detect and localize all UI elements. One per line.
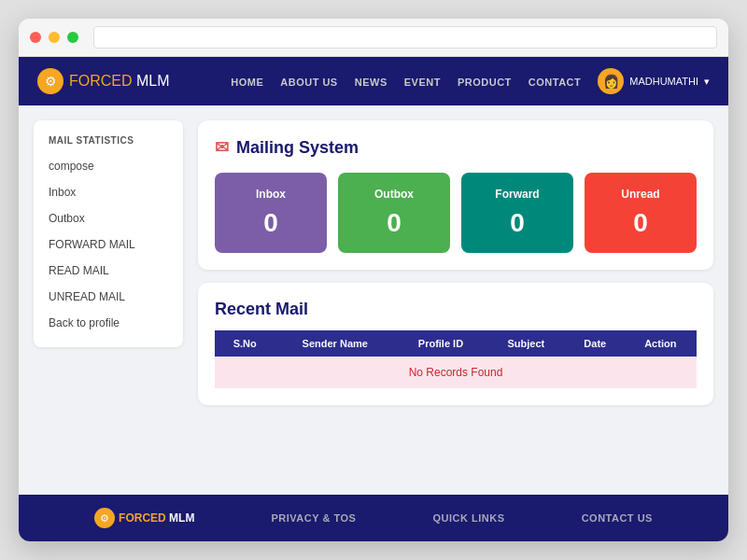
no-records-row: No Records Found	[215, 357, 697, 388]
logo-mlm: MLM	[133, 73, 170, 89]
user-avatar: 👩	[598, 68, 624, 94]
table-header-row: S.No Sender Name Profile ID Subject Date…	[215, 330, 697, 357]
stat-box-outbox: Outbox 0	[338, 173, 450, 253]
stat-box-forward: Forward 0	[461, 173, 573, 253]
col-action: Action	[625, 330, 697, 357]
nav-item-product[interactable]: PRODUCT	[458, 73, 512, 90]
sidebar-item-read-mail[interactable]: READ MAIL	[34, 258, 183, 284]
footer-logo-text: FORCED MLM	[119, 511, 194, 525]
stat-box-inbox: Inbox 0	[215, 173, 327, 253]
nav-item-contact[interactable]: CONTACT	[529, 73, 581, 90]
logo-icon: ⚙	[37, 68, 63, 94]
logo-forced: FORCED	[69, 73, 133, 89]
sidebar-item-outbox[interactable]: Outbox	[34, 205, 183, 231]
panel: ✉ Mailing System Inbox 0 Outbox 0	[198, 120, 713, 480]
nav-link-event[interactable]: EVENT	[404, 77, 441, 88]
inbox-label: Inbox	[224, 188, 317, 201]
recent-mail-title: Recent Mail	[215, 300, 697, 319]
footer-link-quick[interactable]: QUICK LINKS	[433, 512, 505, 524]
nav-link-about[interactable]: ABOUT US	[280, 77, 337, 88]
footer-link-privacy[interactable]: PRIVACY & TOS	[272, 512, 357, 524]
unread-label: Unread	[594, 188, 687, 201]
stat-box-unread: Unread 0	[585, 173, 697, 253]
username-label: MADHUMATHI	[629, 76, 698, 87]
logo-text: FORCED MLM	[69, 73, 170, 90]
nav-item-news[interactable]: NEWS	[355, 73, 388, 90]
footer-logo: ⚙ FORCED MLM	[94, 508, 194, 528]
navbar-links: HOME ABOUT US NEWS EVENT PRODUCT CONTACT	[231, 73, 581, 90]
envelope-icon: ✉	[215, 137, 229, 158]
outbox-label: Outbox	[347, 188, 441, 201]
forward-value: 0	[471, 208, 564, 238]
col-sender: Sender Name	[275, 330, 395, 357]
navbar-logo: ⚙ FORCED MLM	[37, 68, 170, 94]
mailing-system-label: Mailing System	[236, 138, 359, 158]
nav-item-event[interactable]: EVENT	[404, 73, 441, 90]
nav-item-about[interactable]: ABOUT US	[280, 73, 337, 90]
dot-yellow[interactable]	[49, 32, 60, 43]
mail-table: S.No Sender Name Profile ID Subject Date…	[215, 330, 697, 388]
browser-window: ⚙ FORCED MLM HOME ABOUT US NEWS EVENT PR…	[19, 19, 728, 541]
col-date: Date	[566, 330, 625, 357]
sidebar-item-forward-mail[interactable]: FORWARD MAIL	[34, 231, 183, 258]
footer-logo-mlm: MLM	[166, 511, 195, 525]
nav-item-home[interactable]: HOME	[231, 73, 263, 90]
col-subject: Subject	[486, 330, 566, 357]
recent-mail-card: Recent Mail S.No Sender Name Profile ID …	[198, 283, 713, 405]
mailing-system-card: ✉ Mailing System Inbox 0 Outbox 0	[198, 120, 713, 270]
dot-green[interactable]	[67, 32, 78, 43]
mailing-system-title: ✉ Mailing System	[215, 137, 697, 158]
sidebar-item-back-to-profile[interactable]: Back to profile	[34, 310, 183, 336]
footer: ⚙ FORCED MLM PRIVACY & TOS QUICK LINKS C…	[19, 495, 728, 541]
stat-boxes: Inbox 0 Outbox 0 Forward 0 Unread	[215, 173, 697, 253]
sidebar: MAIL STATISTICS compose Inbox Outbox FOR…	[34, 120, 183, 347]
chevron-down-icon: ▾	[704, 76, 710, 88]
browser-toolbar	[19, 19, 728, 57]
dot-red[interactable]	[30, 32, 41, 43]
address-bar[interactable]	[93, 26, 717, 49]
nav-link-product[interactable]: PRODUCT	[458, 77, 512, 88]
footer-logo-forced: FORCED	[119, 511, 166, 525]
inbox-value: 0	[224, 208, 317, 238]
nav-link-home[interactable]: HOME	[231, 77, 263, 88]
sidebar-title: MAIL STATISTICS	[34, 132, 183, 153]
sidebar-item-compose[interactable]: compose	[34, 153, 183, 179]
browser-content: ⚙ FORCED MLM HOME ABOUT US NEWS EVENT PR…	[19, 57, 728, 541]
navbar-user[interactable]: 👩 MADHUMATHI ▾	[598, 68, 710, 94]
forward-label: Forward	[471, 188, 564, 201]
sidebar-item-unread-mail[interactable]: UNREAD MAIL	[34, 284, 183, 310]
footer-link-contact[interactable]: CONTACT US	[582, 512, 653, 524]
col-sno: S.No	[215, 330, 275, 357]
navbar: ⚙ FORCED MLM HOME ABOUT US NEWS EVENT PR…	[19, 57, 728, 105]
nav-link-contact[interactable]: CONTACT	[529, 77, 581, 88]
sidebar-item-inbox[interactable]: Inbox	[34, 179, 183, 205]
col-profile: Profile ID	[395, 330, 486, 357]
outbox-value: 0	[347, 208, 441, 238]
footer-logo-icon: ⚙	[94, 508, 115, 528]
unread-value: 0	[594, 208, 687, 238]
no-records-cell: No Records Found	[215, 357, 697, 388]
nav-link-news[interactable]: NEWS	[355, 77, 388, 88]
main-content: MAIL STATISTICS compose Inbox Outbox FOR…	[19, 105, 728, 495]
